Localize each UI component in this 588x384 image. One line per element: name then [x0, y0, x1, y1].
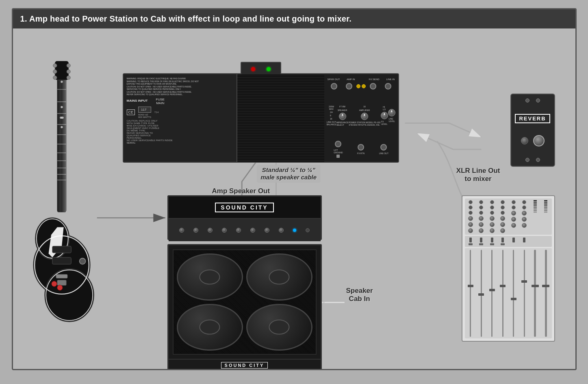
mains-input-label: MAINS INPUT — [127, 99, 148, 103]
reverb-jack-bottom-left[interactable] — [525, 158, 529, 162]
title-bar: 1. Amp head to Power Station to Cab with… — [13, 9, 575, 28]
svg-point-28 — [67, 70, 70, 73]
amp-knob-8[interactable] — [279, 228, 284, 233]
ps-right-controls: SPKR OUT AMP IN FX SEND LINE IN — [324, 74, 398, 162]
amplifier-knob[interactable] — [361, 113, 368, 120]
speaker-cab-in-text: SpeakerCab In — [346, 287, 373, 303]
amp-knob-6[interactable] — [250, 228, 255, 233]
svg-rect-23 — [55, 61, 68, 80]
reverb-knob-1[interactable] — [521, 137, 528, 144]
svg-rect-36 — [52, 246, 71, 253]
fx-send-jack[interactable] — [370, 83, 376, 89]
amp-knob-5[interactable] — [236, 228, 241, 233]
ps-warning-text: WARNING: RISQUE DE CHOC ELECTRIQUE. NE P… — [127, 77, 233, 96]
speaker-3 — [177, 304, 243, 351]
svg-rect-37 — [52, 257, 71, 264]
svg-point-24 — [53, 64, 56, 68]
line-out-jack[interactable] — [380, 144, 387, 151]
svg-point-40 — [51, 281, 56, 286]
mixer-faders — [465, 248, 552, 338]
amp-speaker-out-annotation: Amp Speaker Out — [212, 187, 270, 195]
speaker-1 — [177, 253, 243, 301]
amp-head: SOUND CITY — [167, 195, 322, 240]
mixer-top — [465, 199, 552, 235]
fuse-label: FUSEMAIN — [156, 98, 165, 105]
led-green — [267, 67, 271, 71]
fx-rtn-jack[interactable] — [358, 144, 364, 151]
speaker-cab: SOUND CITY — [167, 244, 322, 370]
line-in-jack[interactable] — [385, 83, 391, 89]
reverb-knobs — [521, 135, 545, 146]
cab-grille — [173, 249, 317, 355]
reverb-bottom-jacks — [525, 158, 540, 162]
reverb-top-jacks — [525, 98, 540, 103]
speaker-knob[interactable] — [339, 113, 346, 120]
ps-grille — [237, 74, 327, 162]
svg-point-43 — [61, 81, 63, 83]
speaker-cable-text: Standard ¼" to ¼"male speaker cable — [261, 166, 317, 181]
svg-point-29 — [67, 76, 70, 79]
svg-point-26 — [53, 76, 56, 79]
amp-head-bottom — [169, 219, 321, 241]
svg-rect-38 — [56, 275, 67, 278]
ps-left-panel: WARNING: RISQUE DE CHOC ELECTRIQUE. NE P… — [124, 74, 237, 162]
svg-rect-39 — [57, 280, 66, 286]
mixer — [462, 195, 555, 342]
amp-knob-1[interactable] — [179, 228, 184, 233]
page-title: 1. Amp head to Power Station to Cab with… — [20, 14, 352, 23]
fx-knob[interactable] — [381, 112, 388, 119]
serial-text: SERIAL: — [127, 142, 233, 144]
amp-head-top: SOUND CITY — [169, 196, 321, 219]
svg-point-47 — [61, 126, 63, 129]
ce-mark: CE — [127, 109, 135, 115]
reverb-pedal: REVERB — [510, 94, 555, 167]
svg-point-44 — [61, 106, 63, 109]
reverb-jack-bottom-right[interactable] — [536, 158, 540, 162]
amp-brand: SOUND CITY — [215, 203, 273, 212]
amp-knob-2[interactable] — [193, 228, 198, 233]
amp-in-jack[interactable] — [346, 83, 352, 89]
svg-point-42 — [79, 258, 85, 264]
led-red — [251, 67, 255, 71]
svg-point-41 — [57, 285, 62, 290]
svg-point-27 — [67, 64, 70, 68]
reverb-label: REVERB — [515, 114, 550, 123]
reverb-jack-left[interactable] — [525, 98, 529, 103]
reverb-jack-right[interactable] — [536, 98, 540, 103]
spkr-out-jack[interactable] — [331, 83, 337, 89]
guitar — [25, 61, 98, 325]
speaker-cab-in-annotation: SpeakerCab In — [346, 287, 373, 303]
amp-knob-3[interactable] — [208, 228, 213, 233]
content-area: WARNING: RISQUE DE CHOC ELECTRIQUE. NE P… — [13, 28, 575, 367]
mixer-channel-1 — [466, 200, 476, 233]
main-container: 1. Amp head to Power Station to Cab with… — [12, 8, 577, 370]
speaker-4 — [246, 304, 312, 351]
svg-point-46 — [61, 117, 64, 119]
cab-brand: SOUND CITY — [221, 362, 268, 369]
amp-speaker-out-text: Amp Speaker Out — [212, 187, 270, 195]
line-level-knob[interactable] — [388, 109, 395, 116]
amp-knob-7[interactable] — [265, 228, 269, 233]
voltage-display: 117 — [138, 107, 151, 113]
xlr-line-out-annotation: XLR Line Outto mixer — [456, 167, 500, 183]
lift-ground-jack[interactable] — [335, 141, 341, 147]
svg-point-25 — [53, 70, 56, 73]
reverb-knob-main[interactable] — [533, 135, 545, 146]
amp-knob-4[interactable] — [222, 228, 227, 233]
speaker-2 — [246, 253, 312, 301]
xlr-line-out-text: XLR Line Outto mixer — [456, 167, 500, 183]
amp-power-led — [293, 229, 296, 232]
power-station: WARNING: RISQUE DE CHOC ELECTRIQUE. NE P… — [123, 73, 399, 163]
speaker-cable-annotation: Standard ¼" to ¼"male speaker cable — [257, 165, 321, 183]
cab-brand-strip: SOUND CITY — [169, 359, 321, 370]
